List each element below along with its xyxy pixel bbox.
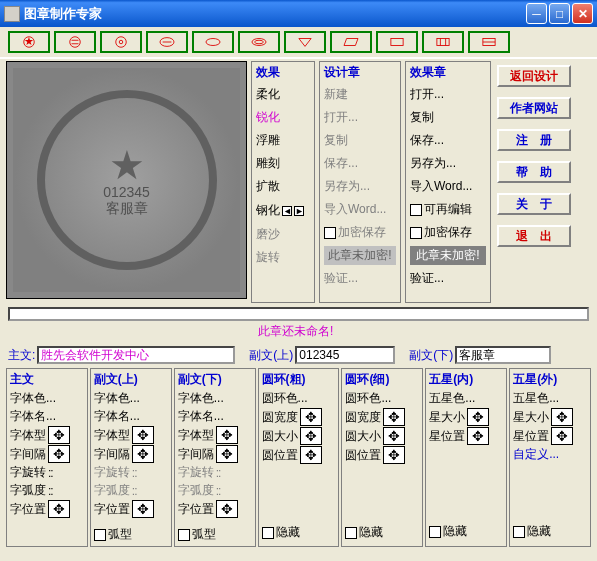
p7-color[interactable]: 五星色... <box>513 390 559 407</box>
p6-hide-check[interactable] <box>429 526 441 538</box>
p4-size-drag[interactable]: ✥ <box>300 427 322 445</box>
btn-return-design[interactable]: 返回设计 <box>497 65 571 87</box>
ec-word[interactable]: 导入Word... <box>410 177 486 196</box>
design-new[interactable]: 新建 <box>324 85 396 104</box>
p5-hide-check[interactable] <box>345 527 357 539</box>
p3-spacing-drag[interactable]: ✥ <box>216 445 238 463</box>
p1-spacing-drag[interactable]: ✥ <box>48 445 70 463</box>
tool-rect-pattern[interactable] <box>422 31 464 53</box>
design-open[interactable]: 打开... <box>324 108 396 127</box>
zhuwen-input[interactable] <box>37 346 235 364</box>
p4-width-drag[interactable]: ✥ <box>300 408 322 426</box>
p7-custom[interactable]: 自定义... <box>513 446 559 463</box>
ec-reedit: 可再编辑 <box>424 201 472 218</box>
ec-save[interactable]: 保存... <box>410 131 486 150</box>
tool-circle-star[interactable]: ★ <box>8 31 50 53</box>
btn-about[interactable]: 关 于 <box>497 193 571 215</box>
design-enc-check <box>324 227 336 239</box>
maximize-button[interactable]: □ <box>549 3 570 24</box>
p3-font[interactable]: 字体名... <box>178 408 224 425</box>
p4-color[interactable]: 圆环色... <box>262 390 308 407</box>
p1-color[interactable]: 字体色... <box>10 390 56 407</box>
p2-style-drag[interactable]: ✥ <box>132 426 154 444</box>
panel-ring-thick: 圆环(粗) 圆环色... 圆宽度✥ 圆大小✥ 圆位置✥ 隐藏 <box>258 368 340 547</box>
p1-rotate: 字旋转 <box>10 464 46 481</box>
steel-left[interactable]: ◄ <box>282 206 292 216</box>
p2-color[interactable]: 字体色... <box>94 390 140 407</box>
effect-carve[interactable]: 雕刻 <box>256 154 310 173</box>
p3-pos-drag[interactable]: ✥ <box>216 500 238 518</box>
p1-pos-drag[interactable]: ✥ <box>48 500 70 518</box>
effect-emboss[interactable]: 浮雕 <box>256 131 310 150</box>
design-saveas[interactable]: 另存为... <box>324 177 396 196</box>
panel-star-outer: 五星(外) 五星色... 星大小✥ 星位置✥ 自定义... 隐藏 <box>509 368 591 547</box>
effect-rotate[interactable]: 旋转 <box>256 248 310 267</box>
effect-frost[interactable]: 磨沙 <box>256 225 310 244</box>
p7-size-drag[interactable]: ✥ <box>551 408 573 426</box>
p2-font[interactable]: 字体名... <box>94 408 140 425</box>
tool-rect-lines[interactable] <box>468 31 510 53</box>
ec-saveas[interactable]: 另存为... <box>410 154 486 173</box>
p4-pos-drag[interactable]: ✥ <box>300 446 322 464</box>
minimize-button[interactable]: ─ <box>526 3 547 24</box>
seal-star-icon: ★ <box>109 142 145 188</box>
tool-ellipse-fill[interactable] <box>238 31 280 53</box>
effectchap-column: 效果章 打开... 复制 保存... 另存为... 导入Word... 可再编辑… <box>405 61 491 303</box>
p3-arc-check[interactable] <box>178 529 190 541</box>
ec-copy[interactable]: 复制 <box>410 108 486 127</box>
tool-parallelogram[interactable] <box>330 31 372 53</box>
p5-width-drag[interactable]: ✥ <box>383 408 405 426</box>
panel-fuxia-head: 副文(下) <box>178 371 252 388</box>
fuxia-input[interactable] <box>455 346 551 364</box>
p3-style-drag[interactable]: ✥ <box>216 426 238 444</box>
p5-pos-drag[interactable]: ✥ <box>383 446 405 464</box>
effect-steel[interactable]: 钢化 <box>256 201 280 220</box>
design-copy[interactable]: 复制 <box>324 131 396 150</box>
tool-rectangle[interactable] <box>376 31 418 53</box>
tool-triangle[interactable] <box>284 31 326 53</box>
effects-header: 效果 <box>256 64 310 81</box>
btn-exit[interactable]: 退 出 <box>497 225 571 247</box>
tool-circle-lines[interactable] <box>54 31 96 53</box>
tool-circle-ring[interactable] <box>100 31 142 53</box>
p2-pos-drag[interactable]: ✥ <box>132 500 154 518</box>
p5-size: 圆大小 <box>345 428 381 445</box>
steel-right[interactable]: ► <box>294 206 304 216</box>
effect-sharpen[interactable]: 锐化 <box>256 108 310 127</box>
design-verify[interactable]: 验证... <box>324 269 396 288</box>
p6-pos-drag[interactable]: ✥ <box>467 427 489 445</box>
effect-diffuse[interactable]: 扩散 <box>256 177 310 196</box>
panel-zhuwen: 主文 字体色... 字体名... 字体型✥ 字间隔✥ 字旋转:: 字弧度:: 字… <box>6 368 88 547</box>
p1-font[interactable]: 字体名... <box>10 408 56 425</box>
design-word[interactable]: 导入Word... <box>324 200 396 219</box>
design-save[interactable]: 保存... <box>324 154 396 173</box>
ec-enc-check[interactable] <box>410 227 422 239</box>
design-column: 设计章 新建 打开... 复制 保存... 另存为... 导入Word... 加… <box>319 61 401 303</box>
p1-style-drag[interactable]: ✥ <box>48 426 70 444</box>
p5-size-drag[interactable]: ✥ <box>383 427 405 445</box>
p7-hide-check[interactable] <box>513 526 525 538</box>
ec-verify[interactable]: 验证... <box>410 269 486 288</box>
btn-help[interactable]: 帮 助 <box>497 161 571 183</box>
p4-size: 圆大小 <box>262 428 298 445</box>
p3-rotate: 字旋转 <box>178 464 214 481</box>
p7-pos-drag[interactable]: ✥ <box>551 427 573 445</box>
close-button[interactable]: ✕ <box>572 3 593 24</box>
panel-ring-thin: 圆环(细) 圆环色... 圆宽度✥ 圆大小✥ 圆位置✥ 隐藏 <box>341 368 423 547</box>
btn-author-site[interactable]: 作者网站 <box>497 97 571 119</box>
tool-ellipse[interactable] <box>192 31 234 53</box>
p2-spacing-drag[interactable]: ✥ <box>132 445 154 463</box>
p3-color[interactable]: 字体色... <box>178 390 224 407</box>
effect-blur[interactable]: 柔化 <box>256 85 310 104</box>
ec-open[interactable]: 打开... <box>410 85 486 104</box>
p5-color[interactable]: 圆环色... <box>345 390 391 407</box>
btn-register[interactable]: 注 册 <box>497 129 571 151</box>
p6-size-drag[interactable]: ✥ <box>467 408 489 426</box>
fushang-input[interactable] <box>295 346 395 364</box>
p6-color[interactable]: 五星色... <box>429 390 475 407</box>
p2-arc-check[interactable] <box>94 529 106 541</box>
tool-ellipse-lines[interactable] <box>146 31 188 53</box>
ec-reedit-check[interactable] <box>410 204 422 216</box>
p2-spacing: 字间隔 <box>94 446 130 463</box>
p4-hide-check[interactable] <box>262 527 274 539</box>
